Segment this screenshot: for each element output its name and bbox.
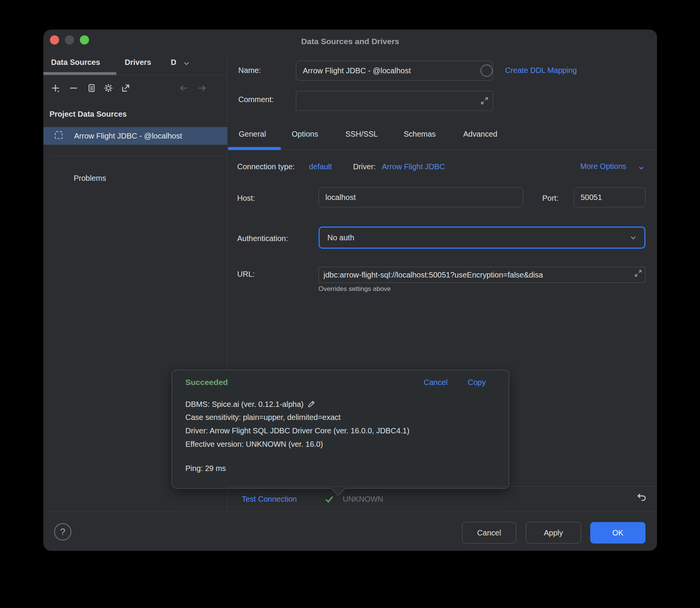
popup-line-effective: Effective version: UNKNOWN (ver. 16.0) [185, 440, 323, 449]
data-source-icon [55, 131, 63, 139]
popup-line-dbms-text: DBMS: Spice.ai (ver. 0.12.1-alpha) [185, 400, 304, 409]
gear-icon[interactable] [103, 83, 114, 93]
select-chevron-down-icon [628, 233, 638, 243]
apply-button[interactable]: Apply [526, 522, 581, 544]
expand-url-icon[interactable] [633, 268, 643, 278]
more-options-link[interactable]: More Options [580, 162, 626, 171]
add-data-source-button[interactable] [50, 83, 61, 93]
undo-icon[interactable] [636, 491, 649, 504]
ok-button[interactable]: OK [590, 522, 646, 544]
test-connection-popup: Succeeded Cancel Copy DBMS: Spice.ai (ve… [172, 370, 509, 489]
url-label: URL: [237, 270, 255, 279]
popup-line-driver: Driver: Arrow Flight SQL JDBC Driver Cor… [185, 426, 409, 435]
data-sources-dialog: Data Sources and Drivers Data Sources Dr… [43, 30, 657, 551]
name-label: Name: [238, 66, 261, 75]
url-hint: Overrides settings above [319, 285, 391, 293]
tab-options[interactable]: Options [292, 130, 318, 139]
tree-separator [50, 155, 227, 156]
open-in-new-window-icon[interactable] [121, 83, 131, 93]
create-ddl-mapping-link[interactable]: Create DDL Mapping [505, 66, 577, 75]
footer-divider [43, 512, 657, 512]
tab-advanced[interactable]: Advanced [463, 130, 497, 139]
tab-overflow-chevron-icon[interactable] [182, 58, 192, 68]
tab-data-sources[interactable]: Data Sources [51, 58, 100, 67]
left-tab-bar: Data Sources Drivers D [43, 54, 227, 75]
authentication-value: No auth [327, 233, 354, 242]
authentication-label: Authentication: [237, 234, 288, 243]
cancel-button[interactable]: Cancel [462, 522, 516, 544]
status-row-divider [228, 486, 657, 487]
url-input-value: jdbc:arrow-flight-sql://localhost:50051?… [324, 271, 543, 279]
driver-value-link[interactable]: Arrow Flight JDBC [382, 162, 445, 171]
remove-data-source-button[interactable] [68, 83, 79, 93]
port-label: Port: [542, 194, 558, 203]
comment-label: Comment: [238, 95, 274, 104]
help-button[interactable]: ? [54, 523, 71, 540]
checkmark-icon [324, 493, 335, 505]
comment-input[interactable] [296, 91, 493, 111]
expand-comment-icon[interactable] [479, 96, 490, 106]
authentication-select[interactable]: No auth [319, 226, 646, 249]
active-tab-indicator [43, 72, 116, 75]
tree-item-problems[interactable]: Problems [74, 174, 106, 183]
section-header-project-data-sources: Project Data Sources [50, 110, 127, 119]
driver-label: Driver: [353, 162, 376, 171]
connection-result-text: UNKNOWN [343, 495, 383, 504]
back-arrow-icon [178, 83, 189, 93]
host-input[interactable]: localhost [319, 187, 523, 207]
popup-line-dbms: DBMS: Spice.ai (ver. 0.12.1-alpha) [185, 400, 316, 409]
duplicate-icon[interactable] [86, 83, 96, 93]
popup-line-ping: Ping: 29 ms [185, 464, 226, 473]
name-input[interactable]: Arrow Flight JDBC - @localhost [296, 61, 493, 81]
edit-pencil-icon[interactable] [307, 400, 316, 409]
host-label: Host: [237, 194, 255, 203]
popup-line-case: Case sensitivity: plain=upper, delimited… [185, 413, 341, 422]
name-input-value: Arrow Flight JDBC - @localhost [303, 66, 411, 75]
port-input[interactable]: 50051 [574, 187, 646, 207]
tree-item-arrow-flight-jdbc[interactable]: Arrow Flight JDBC - @localhost [43, 127, 227, 145]
popup-status: Succeeded [185, 378, 228, 387]
window-title: Data Sources and Drivers [43, 37, 657, 46]
active-config-tab-indicator [228, 147, 281, 150]
more-options-chevron-icon[interactable] [637, 163, 646, 172]
tab-ddl-truncated[interactable]: D [171, 58, 178, 67]
tab-bar-divider [228, 149, 657, 150]
host-input-value: localhost [325, 193, 356, 202]
tab-schemas[interactable]: Schemas [404, 130, 436, 139]
tree-item-label: Arrow Flight JDBC - @localhost [74, 132, 182, 140]
tab-drivers[interactable]: Drivers [125, 58, 151, 67]
popup-cancel-link[interactable]: Cancel [424, 378, 447, 387]
port-input-value: 50051 [581, 193, 602, 202]
forward-arrow-icon [197, 83, 207, 93]
popup-copy-link[interactable]: Copy [468, 378, 486, 387]
connection-progress-icon [480, 64, 493, 77]
connection-type-label: Connection type: [237, 162, 295, 171]
tab-general[interactable]: General [239, 130, 266, 139]
url-input[interactable]: jdbc:arrow-flight-sql://localhost:50051?… [319, 267, 646, 283]
test-connection-link[interactable]: Test Connection [242, 495, 297, 504]
tab-ssh-ssl[interactable]: SSH/SSL [345, 130, 378, 139]
screen-background: Data Sources and Drivers Data Sources Dr… [0, 0, 700, 608]
connection-type-value[interactable]: default [309, 162, 332, 171]
